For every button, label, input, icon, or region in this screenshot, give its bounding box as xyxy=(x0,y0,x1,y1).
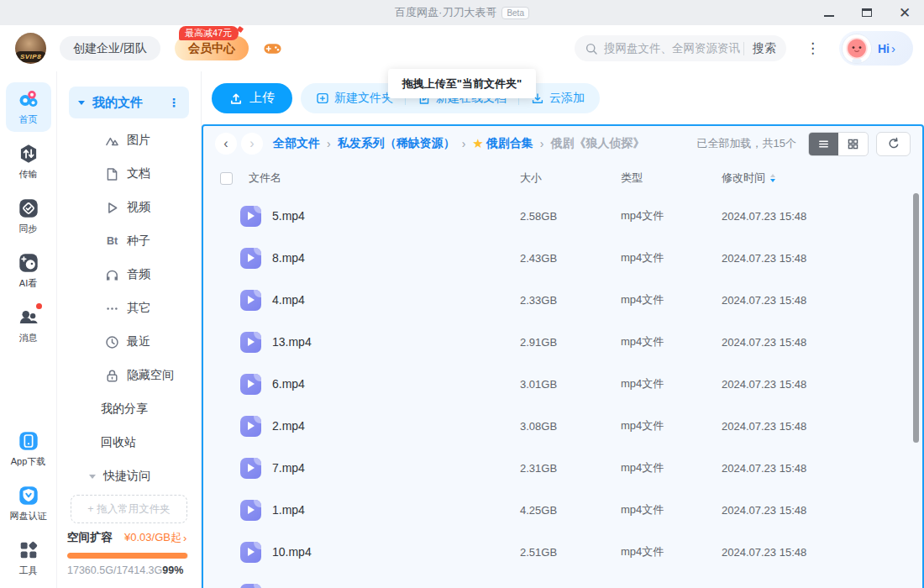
column-header-name[interactable]: 文件名 xyxy=(249,171,502,186)
load-status: 已全部加载，共15个 xyxy=(697,136,796,151)
sidebar-category[interactable]: 文档 xyxy=(57,157,201,191)
app-download-icon xyxy=(18,429,39,453)
table-row[interactable]: 4.mp4 2.33GB mp4文件 2024.07.23 15:48 xyxy=(203,279,922,321)
grid-view-icon xyxy=(847,138,859,150)
select-all-checkbox[interactable] xyxy=(220,172,233,185)
sidebar-category[interactable]: 视频 xyxy=(57,191,201,224)
scrollbar-thumb[interactable] xyxy=(913,193,919,443)
chevron-right-icon: › xyxy=(891,41,895,55)
verify-icon xyxy=(18,484,39,507)
minimize-button[interactable] xyxy=(822,5,837,20)
image-icon xyxy=(105,134,119,148)
video-file-icon xyxy=(240,584,261,588)
beta-badge: Beta xyxy=(501,7,529,19)
breadcrumb-item[interactable]: 私发系列（稀缺资源） xyxy=(320,136,455,151)
bt-icon: Bt xyxy=(105,234,119,249)
grid-view-button[interactable] xyxy=(838,133,868,155)
table-header: 文件名 大小 类型 修改时间 xyxy=(203,161,922,195)
video-file-icon xyxy=(240,458,261,479)
sidebar: 我的文件 ⋮ 图片 文档 视频 Bt 种子 音频 xyxy=(57,71,202,588)
table-row[interactable]: 8.mp4 2.43GB mp4文件 2024.07.23 15:48 xyxy=(203,237,922,279)
header: SVIP8 创建企业/团队 会员中心 最高减47元 搜索 ⋮ Hi › xyxy=(0,25,924,71)
column-header-size[interactable]: 大小 xyxy=(502,171,605,186)
user-vip-avatar[interactable]: SVIP8 xyxy=(15,33,46,64)
sidebar-category[interactable]: Bt 种子 xyxy=(57,224,201,258)
refresh-icon xyxy=(887,137,900,150)
rail-item[interactable]: AI看 xyxy=(6,246,51,296)
column-header-type[interactable]: 类型 xyxy=(605,171,706,186)
video-file-icon xyxy=(240,416,261,437)
audio-icon xyxy=(105,268,119,282)
back-button[interactable]: ‹ xyxy=(215,133,237,155)
mascot-avatar xyxy=(841,33,873,65)
rail-item[interactable]: 首页 xyxy=(6,82,51,132)
svip-badge: SVIP8 xyxy=(15,51,46,62)
forward-button[interactable]: › xyxy=(241,133,263,155)
file-list: 5.mp4 2.58GB mp4文件 2024.07.23 15:48 8.mp… xyxy=(203,195,922,588)
chevron-down-icon xyxy=(78,101,85,105)
sidebar-link[interactable]: 回收站 xyxy=(57,426,201,459)
chevron-right-icon: › xyxy=(183,532,186,544)
quick-access-drop-zone[interactable]: + 拖入常用文件夹 xyxy=(71,495,187,523)
breadcrumb-item[interactable]: 全部文件 xyxy=(273,136,320,151)
upload-button[interactable]: 上传 xyxy=(212,83,292,113)
table-row[interactable]: 7.mp4 2.31GB mp4文件 2024.07.23 15:48 xyxy=(203,447,922,489)
breadcrumb-item[interactable]: 俄剧《狼人侦探》 xyxy=(533,136,645,151)
table-row[interactable]: 2.mp4 3.08GB mp4文件 2024.07.23 15:48 xyxy=(203,405,922,447)
left-rail: 首页 传输 同步 AI看 消息 xyxy=(0,71,57,588)
sidebar-link[interactable]: 我的分享 xyxy=(57,392,201,426)
column-header-time[interactable]: 修改时间 xyxy=(706,171,922,186)
titlebar: 百度网盘·刀刀大表哥 Beta ✕ xyxy=(0,0,924,25)
games-icon[interactable] xyxy=(263,39,282,58)
rail-item[interactable]: 网盘认证 xyxy=(6,479,51,528)
close-button[interactable]: ✕ xyxy=(897,5,912,20)
messages-icon xyxy=(18,306,39,329)
chevron-down-icon xyxy=(89,475,96,479)
sidebar-item-my-files[interactable]: 我的文件 ⋮ xyxy=(69,87,189,118)
sidebar-category[interactable]: 最近 xyxy=(57,325,201,359)
video-file-icon xyxy=(240,206,261,227)
star-icon: ★ xyxy=(472,136,483,151)
my-files-menu-icon[interactable]: ⋮ xyxy=(168,96,180,109)
maximize-button[interactable] xyxy=(859,5,874,20)
more-menu-icon[interactable]: ⋮ xyxy=(806,41,820,55)
search-box: 搜索 xyxy=(575,35,786,61)
sidebar-category[interactable]: 图片 xyxy=(57,123,201,157)
ai-view-icon xyxy=(18,251,39,275)
cloud-add-button[interactable]: 云添加 xyxy=(531,91,585,106)
table-row[interactable]: 10.mp4 2.51GB mp4文件 2024.07.23 15:48 xyxy=(203,531,922,573)
rail-item[interactable]: 消息 xyxy=(6,301,51,350)
vip-discount-ribbon: 最高减47元 xyxy=(179,26,239,40)
sidebar-category[interactable]: 隐藏空间 xyxy=(57,359,201,392)
video-file-icon xyxy=(240,332,261,353)
table-row[interactable]: 13.mp4 2.91GB mp4文件 2024.07.23 15:48 xyxy=(203,321,922,363)
rail-item[interactable]: 工具 xyxy=(6,533,51,583)
notification-dot xyxy=(36,303,42,309)
rail-item[interactable]: 同步 xyxy=(6,192,51,241)
new-folder-button[interactable]: 新建文件夹 xyxy=(316,91,393,106)
vip-center-wrap: 会员中心 最高减47元 xyxy=(175,36,249,60)
sort-icon[interactable] xyxy=(770,174,775,182)
storage-price-link[interactable]: ¥0.03/GB起 xyxy=(124,530,181,545)
sidebar-item-quick-access[interactable]: 快捷访问 xyxy=(57,459,201,493)
table-row-partial[interactable] xyxy=(203,573,922,588)
table-row[interactable]: 5.mp4 2.58GB mp4文件 2024.07.23 15:48 xyxy=(203,195,922,237)
transfer-icon xyxy=(18,142,39,165)
rail-item[interactable]: 传输 xyxy=(6,137,51,186)
search-input[interactable] xyxy=(604,42,740,55)
breadcrumb-item[interactable]: ★俄剧合集 xyxy=(455,136,533,151)
create-team-button[interactable]: 创建企业/团队 xyxy=(60,36,160,60)
breadcrumb-row: ‹ › 全部文件私发系列（稀缺资源）★俄剧合集俄剧《狼人侦探》 已全部加载，共1… xyxy=(203,126,922,161)
sidebar-category[interactable]: 其它 xyxy=(57,291,201,325)
table-row[interactable]: 1.mp4 4.25GB mp4文件 2024.07.23 15:48 xyxy=(203,489,922,531)
sidebar-category[interactable]: 音频 xyxy=(57,258,201,291)
search-button[interactable]: 搜索 xyxy=(753,41,776,56)
list-view-button[interactable] xyxy=(809,133,838,155)
home-icon xyxy=(17,87,40,111)
table-row[interactable]: 6.mp4 3.01GB mp4文件 2024.07.23 15:48 xyxy=(203,363,922,405)
refresh-button[interactable] xyxy=(876,132,911,156)
account-pill[interactable]: Hi › xyxy=(839,31,913,66)
greeting-text: Hi xyxy=(878,42,890,55)
rail-item[interactable]: App下载 xyxy=(6,424,51,474)
storage-usage-text: 17360.5G/17414.3G99% xyxy=(67,564,188,576)
